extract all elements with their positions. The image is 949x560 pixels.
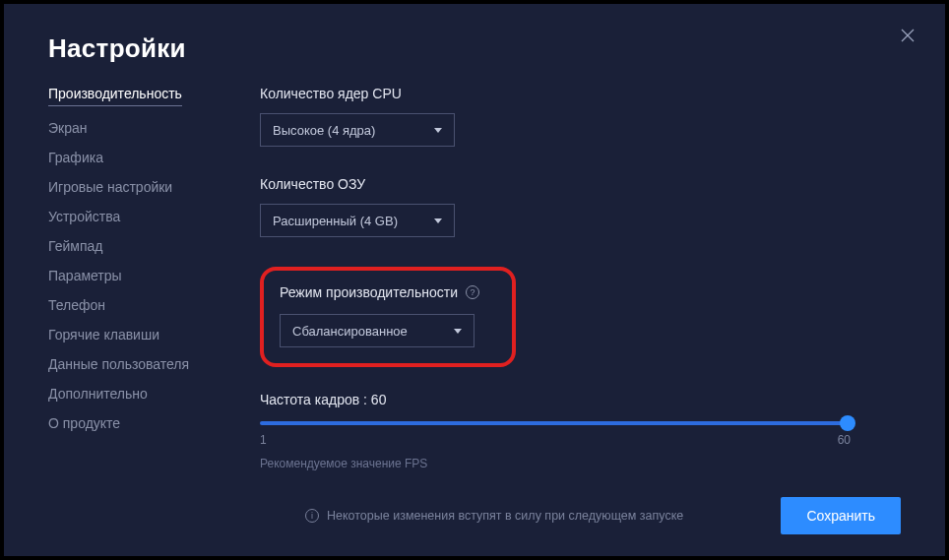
- fps-slider[interactable]: [260, 421, 851, 425]
- sidebar-item-gamepad[interactable]: Геймпад: [48, 238, 206, 254]
- content-panel: Количество ядер CPU Высокое (4 ядра) Кол…: [260, 86, 901, 490]
- sidebar-item-devices[interactable]: Устройства: [48, 209, 206, 224]
- close-icon: [901, 29, 915, 42]
- perf-mode-select[interactable]: Сбалансированное: [280, 314, 474, 347]
- chevron-down-icon: [434, 218, 442, 223]
- close-button[interactable]: [898, 26, 917, 45]
- cpu-cores-select[interactable]: Высокое (4 ядра): [260, 113, 455, 147]
- save-button[interactable]: Сохранить: [781, 497, 901, 534]
- sidebar-item-phone[interactable]: Телефон: [48, 297, 206, 313]
- sidebar-item-hotkeys[interactable]: Горячие клавиши: [48, 327, 206, 342]
- sidebar: Производительность Экран Графика Игровые…: [48, 86, 206, 490]
- help-icon[interactable]: ?: [466, 285, 479, 299]
- fps-max: 60: [838, 433, 851, 447]
- sidebar-item-screen[interactable]: Экран: [48, 120, 206, 136]
- sidebar-item-userdata[interactable]: Данные пользователя: [48, 356, 206, 372]
- info-icon: i: [305, 509, 319, 523]
- sidebar-item-parameters[interactable]: Параметры: [48, 268, 206, 283]
- perf-mode-label: Режим производительности: [280, 284, 458, 300]
- chevron-down-icon: [454, 329, 462, 334]
- fps-min: 1: [260, 433, 267, 447]
- chevron-down-icon: [434, 128, 442, 133]
- footer: i Некоторые изменения вступят в силу при…: [305, 497, 901, 534]
- cpu-cores-label: Количество ядер CPU: [260, 86, 901, 101]
- fps-label: Частота кадров : 60: [260, 392, 901, 407]
- sidebar-item-graphics[interactable]: Графика: [48, 150, 206, 165]
- ram-value: Расширенный (4 GB): [273, 214, 398, 228]
- cpu-cores-value: Высокое (4 ядра): [273, 123, 375, 138]
- settings-window: Настройки Производительность Экран Графи…: [4, 4, 945, 556]
- sidebar-item-about[interactable]: О продукте: [48, 415, 206, 431]
- fps-slider-thumb[interactable]: [840, 415, 855, 431]
- fps-note: Рекомендуемое значение FPS: [260, 457, 901, 470]
- ram-label: Количество ОЗУ: [260, 176, 901, 192]
- sidebar-item-game-settings[interactable]: Игровые настройки: [48, 179, 206, 195]
- performance-mode-highlight: Режим производительности ? Сбалансирован…: [260, 267, 516, 367]
- perf-mode-value: Сбалансированное: [292, 324, 408, 339]
- restart-note: Некоторые изменения вступят в силу при с…: [327, 509, 683, 523]
- sidebar-item-performance[interactable]: Производительность: [48, 86, 182, 106]
- sidebar-item-advanced[interactable]: Дополнительно: [48, 386, 206, 402]
- ram-select[interactable]: Расширенный (4 GB): [260, 204, 455, 237]
- page-title: Настройки: [48, 33, 901, 64]
